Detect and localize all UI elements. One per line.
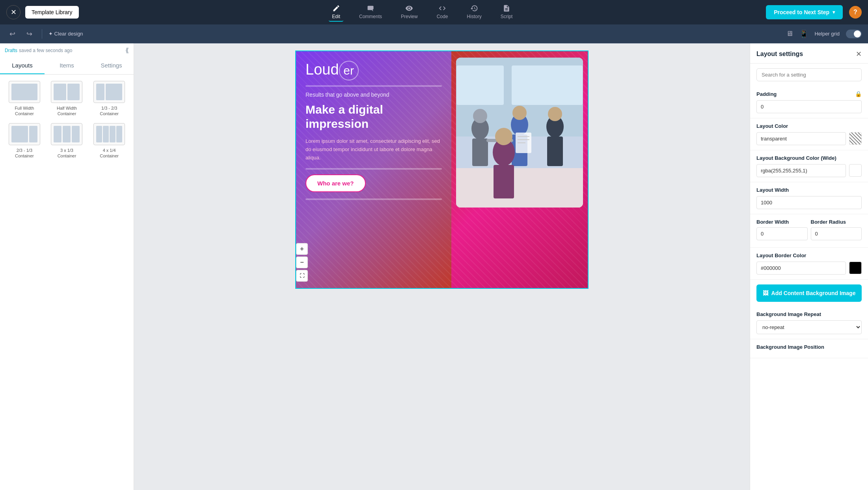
- layout-one-third-two-thirds[interactable]: 1/3 - 2/3Container: [91, 81, 127, 117]
- tabs-row: Layouts Items Settings: [0, 57, 134, 75]
- layout-full-width[interactable]: Full WidthContainer: [6, 81, 43, 117]
- helper-grid-label: Helper grid: [814, 31, 840, 37]
- proceed-button[interactable]: Proceed to Next Step: [766, 5, 843, 19]
- svg-point-7: [473, 109, 487, 123]
- tab-layouts[interactable]: Layouts: [0, 57, 45, 74]
- layout-bg-color-wide-row: [756, 164, 862, 177]
- collapse-button[interactable]: ⟪: [125, 47, 129, 54]
- brand-logo: Louder: [305, 61, 442, 80]
- layout-icon-three-x-one-third: [51, 123, 82, 145]
- nav-right: Proceed to Next Step ?: [766, 5, 862, 19]
- layout-width-input[interactable]: [756, 196, 862, 209]
- canvas-area[interactable]: Louder Results that go above and beyond …: [134, 43, 750, 490]
- border-width-group: Border Width: [756, 219, 808, 240]
- canvas-left-col[interactable]: Louder Results that go above and beyond …: [296, 51, 451, 288]
- nav-item-history[interactable]: History: [464, 3, 484, 22]
- zoom-out-button[interactable]: −: [296, 256, 308, 268]
- layout-border-color-row: [756, 262, 862, 275]
- nav-item-script[interactable]: Script: [497, 3, 516, 22]
- svg-rect-3: [512, 65, 583, 105]
- layout-label-four-x-one-quarter: 4 x 1/4Container: [100, 148, 119, 159]
- layout-border-color-swatch[interactable]: [849, 262, 862, 274]
- layout-icon-two-thirds-one-third: [9, 123, 40, 145]
- layout-label-two-thirds-one-third: 2/3 - 1/3Container: [15, 148, 34, 159]
- layout-color-label: Layout Color: [756, 123, 862, 129]
- layout-border-color-input[interactable]: [756, 262, 846, 275]
- padding-input[interactable]: [756, 100, 862, 113]
- lock-icon: 🔒: [855, 91, 862, 97]
- layout-icon-one-third-two-thirds: [93, 81, 125, 103]
- layout-icon-four-x-one-quarter: [93, 123, 125, 145]
- layout-bg-color-wide-input[interactable]: [756, 164, 846, 177]
- layout-bg-color-wide-label: Layout Background Color (Wide): [756, 155, 862, 161]
- layout-half-width[interactable]: Half WidthContainer: [49, 81, 85, 117]
- tab-items[interactable]: Items: [45, 57, 89, 74]
- layout-color-input[interactable]: [756, 132, 846, 145]
- layout-label-half-width: Half WidthContainer: [57, 105, 77, 117]
- layout-bg-color-wide-swatch[interactable]: [849, 164, 862, 177]
- border-radius-input[interactable]: [811, 227, 862, 240]
- nav-item-code[interactable]: Code: [434, 3, 451, 22]
- layout-width-section: Layout Width: [750, 182, 868, 214]
- layout-color-swatch[interactable]: [849, 132, 862, 145]
- bg-image-repeat-select[interactable]: no-repeat repeat repeat-x repeat-y: [756, 320, 862, 334]
- svg-rect-4: [456, 168, 583, 208]
- close-button[interactable]: ✕: [6, 5, 20, 19]
- svg-point-14: [548, 107, 562, 121]
- mobile-view-button[interactable]: 📱: [799, 30, 808, 38]
- nav-label-script: Script: [501, 14, 513, 19]
- layout-icon-half-width: [51, 81, 82, 103]
- office-photo: [456, 58, 583, 208]
- body-text: Lorem ipsum dolor sit amet, consectetur …: [305, 137, 442, 162]
- padding-label: Padding 🔒: [756, 91, 862, 97]
- layout-label-full-width: Full WidthContainer: [15, 105, 34, 117]
- desktop-view-button[interactable]: 🖥: [786, 30, 793, 38]
- toolbar-divider: [42, 29, 42, 39]
- separator-bar-3: [305, 198, 442, 200]
- layout-bg-color-wide-section: Layout Background Color (Wide): [750, 150, 868, 182]
- panel-close-button[interactable]: ✕: [856, 50, 862, 58]
- layout-color-row: [756, 132, 862, 145]
- tagline-text: Results that go above and beyond: [305, 92, 442, 98]
- nav-label-preview: Preview: [401, 14, 418, 19]
- zoom-fit-button[interactable]: ⛶: [296, 270, 308, 282]
- layout-two-thirds-one-third[interactable]: 2/3 - 1/3Container: [6, 123, 43, 159]
- separator-bar: [305, 85, 442, 87]
- svg-point-17: [495, 128, 512, 145]
- border-width-label: Border Width: [756, 219, 808, 225]
- border-section: Border Width Border Radius: [750, 214, 868, 248]
- nav-item-edit[interactable]: Edit: [329, 3, 343, 22]
- nav-label-history: History: [467, 14, 481, 19]
- help-button[interactable]: ?: [849, 6, 862, 19]
- nav-item-preview[interactable]: Preview: [398, 3, 421, 22]
- layout-width-label: Layout Width: [756, 187, 862, 193]
- border-radius-group: Border Radius: [811, 219, 862, 240]
- main-layout: Drafts saved a few seconds ago ⟪ Layouts…: [0, 43, 868, 490]
- tab-settings[interactable]: Settings: [89, 57, 134, 74]
- layout-color-section: Layout Color: [750, 118, 868, 150]
- headline-text: Make a digital impression: [305, 103, 442, 131]
- helper-grid-toggle[interactable]: [846, 30, 862, 38]
- separator-bar-2: [305, 168, 442, 170]
- undo-button[interactable]: ↩: [6, 28, 19, 40]
- redo-button[interactable]: ↪: [23, 28, 35, 40]
- canvas-right-col[interactable]: // inline dots rendered in template belo…: [451, 51, 588, 288]
- panel-title: Layout settings: [756, 50, 803, 58]
- layout-four-x-one-quarter[interactable]: 4 x 1/4Container: [91, 123, 127, 159]
- cta-button[interactable]: Who are we?: [305, 174, 366, 192]
- add-bg-icon: 🖼: [763, 290, 768, 296]
- zoom-controls: + − ⛶: [296, 243, 308, 282]
- clear-design-button[interactable]: ✦ Clear design: [48, 31, 83, 37]
- add-content-background-image-button[interactable]: 🖼 Add Content Background Image: [756, 284, 862, 302]
- template-library-button[interactable]: Template Library: [25, 6, 79, 19]
- toolbar-right: 🖥 📱 Helper grid: [786, 30, 862, 38]
- nav-item-comments[interactable]: Comments: [356, 3, 385, 22]
- canvas-inner: Louder Results that go above and beyond …: [296, 51, 588, 288]
- zoom-in-button[interactable]: +: [296, 243, 308, 255]
- layout-three-x-one-third[interactable]: 3 x 1/3Container: [49, 123, 85, 159]
- search-setting-input[interactable]: [756, 68, 862, 81]
- toolbar: ↩ ↪ ✦ Clear design 🖥 📱 Helper grid: [0, 24, 868, 43]
- panel-header-layout: Layout settings ✕: [750, 43, 868, 64]
- draft-link[interactable]: Drafts: [5, 48, 17, 53]
- border-width-input[interactable]: [756, 227, 808, 240]
